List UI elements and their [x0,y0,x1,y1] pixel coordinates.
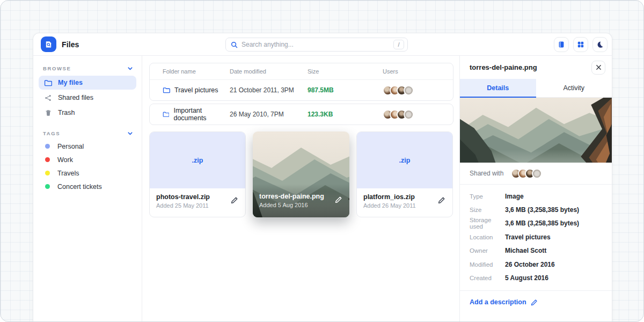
folder-size: 123.3KB [308,111,383,118]
property-value: Michael Scott [505,247,602,254]
sidebar-item-label: My files [58,79,83,86]
desktop-background: Files / BROWSE [0,0,644,322]
dark-mode-moon-icon [596,41,604,48]
grid-view-icon [577,41,584,48]
details-panel: torres-del-paine.png Details Activity Sh… [459,56,612,321]
file-name: photos-travel.zip [156,193,239,201]
date-modified: 21 October 2011, 3PM [230,86,308,94]
sidebar-item-shared-files[interactable]: Shared files [39,91,136,105]
header: Files / [33,33,612,56]
add-description-button[interactable]: Add a description [460,291,612,313]
property-value: Image [505,193,602,200]
chevron-down-icon[interactable] [127,65,133,71]
tab-activity[interactable]: Activity [536,79,612,98]
sidebar-item-label: Shared files [58,94,93,101]
tag-color-dot [45,184,50,189]
folder-icon [44,79,52,86]
property-label: Size [470,207,505,213]
sidebar: BROWSE My files Shared files Trash [33,56,142,321]
search-input[interactable] [241,41,393,48]
grid-view-button[interactable] [573,37,588,52]
property-value: 26 October 2016 [505,261,602,268]
shared-with-avatars [511,169,542,179]
property-row: Storage used 3,6 MB (3,258,385 bytes) [470,217,602,230]
file-added-date: Added 5 Aug 2016 [259,202,343,208]
close-icon [596,64,602,70]
file-name: platform_ios.zip [363,193,446,201]
panel-file-title: torres-del-paine.png [470,63,537,71]
app-logo-icon [41,36,56,52]
shared-with-label: Shared with [470,170,503,177]
panel-tabs: Details Activity [460,79,612,98]
folder-table-row-card: Important documents 26 May 2010, 7PM 123… [149,104,453,125]
file-card-platform-ios[interactable]: .zip platform_ios.zip Added 26 May 2011 [356,131,453,217]
edit-pencil-icon[interactable] [335,195,343,203]
tag-label: Work [57,156,73,164]
close-panel-button[interactable] [591,61,605,75]
property-value: 5 August 2016 [505,274,602,282]
book-button[interactable] [554,37,569,52]
column-header: Users [383,68,453,75]
tag-label: Travels [57,170,79,177]
tag-item-travels[interactable]: Travels [39,166,136,180]
column-header: Folder name [163,68,230,75]
table-row[interactable]: Important documents 26 May 2010, 7PM 123… [150,104,453,125]
search-shortcut-key: / [393,40,404,49]
trash-icon [44,109,52,116]
property-row: Created 5 August 2016 [470,271,602,284]
table-header: Folder name Date modified Size Users [150,63,453,80]
file-cards-row: .zip photos-travel.zip Added 25 May 2011 [149,131,453,217]
chevron-down-icon[interactable] [127,130,133,136]
zip-preview: .zip [357,132,452,188]
tag-color-dot [45,171,50,175]
edit-pencil-icon[interactable] [231,196,239,204]
tags-label: TAGS [43,130,60,136]
sidebar-item-my-files[interactable]: My files [39,76,136,90]
column-header: Date modified [230,68,308,75]
zip-preview: .zip [150,132,245,188]
file-card-torres-del-paine[interactable]: torres-del-paine.png Added 5 Aug 2016 [253,131,349,217]
property-label: Location [470,234,505,240]
tags-section-header[interactable]: TAGS [39,127,136,140]
folder-icon [163,87,170,93]
main-content: Folder name Date modified Size Users Tra… [142,56,459,321]
property-row: Modified 26 October 2016 [470,258,602,271]
sidebar-item-trash[interactable]: Trash [39,106,136,120]
edit-pencil-icon[interactable] [438,196,446,204]
property-row: Location Travel pictures [470,230,602,244]
file-added-date: Added 25 May 2011 [156,202,239,209]
property-value: Travel pictures [505,233,602,241]
tag-color-dot [45,144,50,149]
app-window: Files / BROWSE [33,33,612,321]
header-actions [554,37,608,52]
folder-size: 987.5MB [308,86,383,94]
browse-section-header[interactable]: BROWSE [39,62,136,75]
tag-item-personal[interactable]: Personal [39,140,136,153]
date-modified: 26 May 2010, 7PM [230,111,308,118]
file-name: torres-del-paine.png [259,193,343,200]
file-properties: Type Image Size 3,6 MB (3,258,385 bytes)… [460,185,612,291]
property-label: Modified [470,261,505,268]
tab-details[interactable]: Details [460,79,536,98]
property-row: Owner Michael Scott [470,244,602,258]
user-avatars [383,109,453,120]
tag-color-dot [45,157,50,162]
search-bar[interactable]: / [225,38,408,52]
panel-image-preview [460,98,612,163]
tag-item-concert-tickets[interactable]: Concert tickets [39,180,136,193]
dark-mode-button[interactable] [592,37,608,52]
avatar [404,85,414,96]
file-added-date: Added 26 May 2011 [363,202,446,209]
property-value: 3,6 MB (3,258,385 bytes) [505,219,602,227]
folder-table: Folder name Date modified Size Users Tra… [149,63,453,101]
table-row[interactable]: Travel pictures 21 October 2011, 3PM 987… [150,80,453,100]
property-row: Size 3,6 MB (3,258,385 bytes) [470,203,602,216]
file-card-photos-travel[interactable]: .zip photos-travel.zip Added 25 May 2011 [149,131,246,217]
folder-icon [163,111,169,118]
user-avatars [383,85,453,96]
property-label: Owner [470,247,505,254]
share-icon [44,94,52,101]
avatar [532,169,542,179]
tag-item-work[interactable]: Work [39,153,136,166]
sidebar-item-label: Trash [58,109,75,116]
